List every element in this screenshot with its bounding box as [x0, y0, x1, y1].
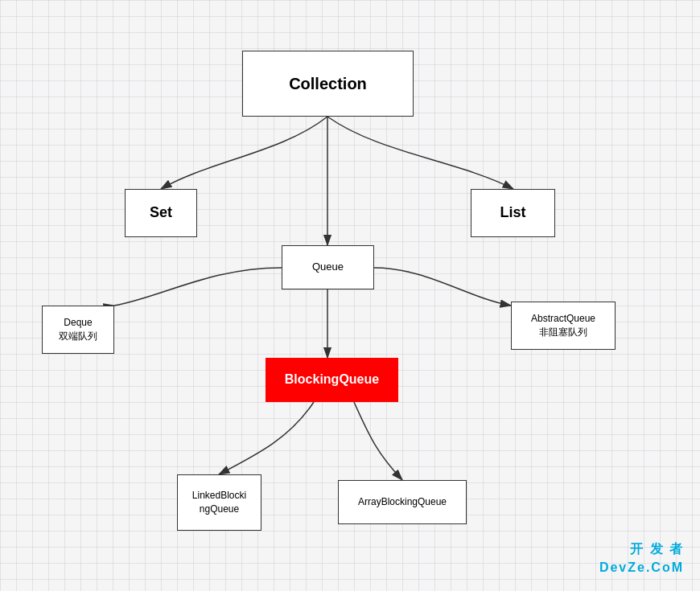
diagram: Collection Set List Queue Deque双端队列 Abst… — [0, 0, 700, 591]
node-collection: Collection — [242, 51, 414, 117]
node-linkedblockingqueue: LinkedBlockingQueue — [177, 474, 261, 531]
node-deque: Deque双端队列 — [42, 306, 114, 354]
node-blockingqueue: BlockingQueue — [266, 358, 398, 402]
watermark-line1: 开 发 者 — [599, 540, 684, 558]
node-abstractqueue: AbstractQueue非阻塞队列 — [511, 302, 616, 350]
node-set: Set — [125, 189, 197, 237]
watermark: 开 发 者 DevZe.CoM — [599, 540, 684, 577]
watermark-line2: DevZe.CoM — [599, 559, 684, 577]
node-queue: Queue — [282, 245, 374, 289]
node-arrayblockingqueue: ArrayBlockingQueue — [338, 480, 467, 524]
node-list: List — [471, 189, 555, 237]
